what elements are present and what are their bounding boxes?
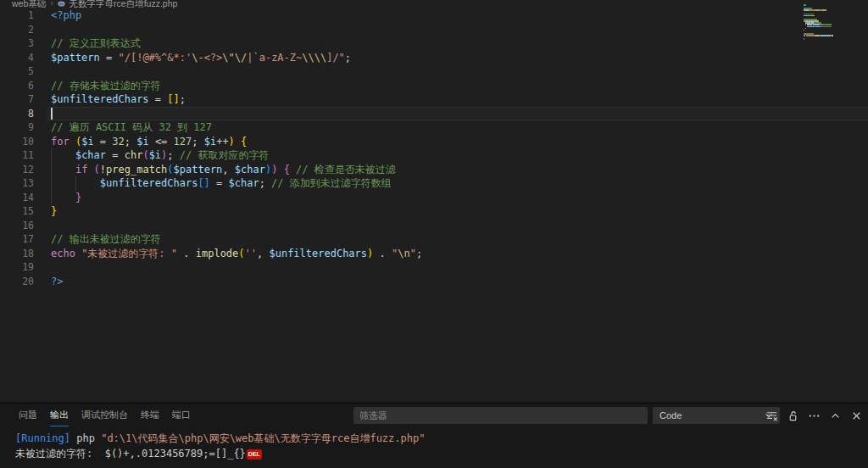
line-number: 18: [0, 247, 34, 261]
breadcrumb-folder[interactable]: web基础: [12, 0, 46, 8]
panel-tab-output[interactable]: 输出: [50, 404, 69, 426]
panel-tabs: 问题输出调试控制台终端端口: [19, 404, 191, 426]
more-actions-button[interactable]: [806, 408, 822, 424]
line-number: 15: [0, 204, 34, 219]
code-line[interactable]: <?php: [51, 8, 868, 23]
code-editor[interactable]: 1234567891011121314151617181920 <?php// …: [0, 8, 868, 404]
code-line[interactable]: ?>: [51, 275, 868, 289]
code-line[interactable]: // 定义正则表达式: [51, 36, 868, 51]
output-line: [Running] php "d:\1\代码集合\php\网安\web基础\无数…: [15, 431, 868, 446]
line-number: 14: [0, 191, 34, 205]
line-number: 4: [0, 51, 34, 65]
minimap[interactable]: [804, 4, 856, 42]
panel-tab-ports[interactable]: 端口: [172, 404, 191, 426]
line-number: 16: [0, 219, 34, 233]
breadcrumb-separator-icon: ›: [50, 0, 53, 8]
breadcrumb: web基础 › php 无数字字母rce自增fuzz.php: [0, 0, 868, 8]
line-number: 5: [0, 64, 34, 79]
code-line[interactable]: // 遍历 ASCII 码从 32 到 127: [51, 120, 868, 135]
output-filter-input[interactable]: [353, 407, 648, 424]
line-number: 10: [0, 135, 34, 149]
code-line[interactable]: [51, 260, 868, 275]
line-number: 2: [0, 23, 34, 37]
lock-scroll-button[interactable]: [785, 408, 801, 424]
line-number: 19: [0, 260, 34, 275]
code-line[interactable]: [51, 219, 868, 233]
panel-tab-terminal[interactable]: 终端: [141, 404, 159, 426]
maximize-panel-button[interactable]: [827, 408, 843, 424]
minimap-line: [804, 38, 856, 40]
panel-tab-debug-console[interactable]: 调试控制台: [81, 404, 128, 426]
line-number: 13: [0, 176, 34, 191]
code-line[interactable]: }: [51, 191, 868, 205]
output-console[interactable]: [Running] php "d:\1\代码集合\php\网安\web基础\无数…: [0, 426, 868, 461]
code-line[interactable]: // 存储未被过滤的字符: [51, 79, 868, 93]
code-line[interactable]: if (!preg_match($pattern, $char)) { // 检…: [51, 163, 868, 177]
code-line[interactable]: [51, 107, 868, 121]
code-line[interactable]: [51, 64, 868, 79]
output-channel-select[interactable]: Code: [653, 407, 780, 424]
panel-header: 问题输出调试控制台终端端口 Code: [0, 404, 868, 426]
line-number: 12: [0, 163, 34, 177]
output-line: 未被过滤的字符: $()+,.0123456789;=[]_{}DEL: [15, 446, 868, 461]
code-line[interactable]: $unfilteredChars = [];: [51, 92, 868, 107]
code-line[interactable]: $unfilteredChars[] = $char; // 添加到未过滤字符数…: [51, 176, 868, 191]
line-number-gutter: 1234567891011121314151617181920: [0, 8, 34, 288]
line-number: 9: [0, 120, 34, 135]
code-line[interactable]: $pattern = "/[!@#%^&*:'\-<?>\"\/|`a-zA-Z…: [51, 51, 868, 65]
output-channel-label: Code: [659, 410, 682, 421]
line-number: 6: [0, 79, 34, 93]
php-file-icon: php: [58, 0, 65, 8]
code-line[interactable]: echo "未被过滤的字符: " . implode('', $unfilter…: [51, 247, 868, 261]
panel-tab-problems[interactable]: 问题: [19, 404, 37, 426]
del-control-char-badge: DEL: [247, 449, 262, 460]
breadcrumb-file[interactable]: 无数字字母rce自增fuzz.php: [70, 0, 178, 8]
code-line[interactable]: $char = chr($i); // 获取对应的字符: [51, 148, 868, 163]
line-number: 7: [0, 92, 34, 107]
clear-output-button[interactable]: [764, 408, 780, 424]
panel-actions: [764, 408, 865, 424]
line-number: 11: [0, 148, 34, 163]
text-cursor: [51, 108, 53, 120]
code-line[interactable]: }: [51, 204, 868, 219]
code-line[interactable]: // 输出未被过滤的字符: [51, 232, 868, 247]
code-lines[interactable]: <?php// 定义正则表达式$pattern = "/[!@#%^&*:'\-…: [51, 8, 868, 288]
bottom-panel: 问题输出调试控制台终端端口 Code: [0, 404, 868, 468]
line-number: 1: [0, 8, 34, 23]
svg-text:php: php: [58, 3, 64, 6]
code-line[interactable]: for ($i = 32; $i <= 127; $i++) {: [51, 135, 868, 149]
line-number: 3: [0, 36, 34, 51]
line-number: 8: [0, 107, 34, 121]
line-number: 20: [0, 275, 34, 289]
line-number: 17: [0, 232, 34, 247]
code-line[interactable]: [51, 23, 868, 37]
close-panel-button[interactable]: [849, 408, 865, 424]
